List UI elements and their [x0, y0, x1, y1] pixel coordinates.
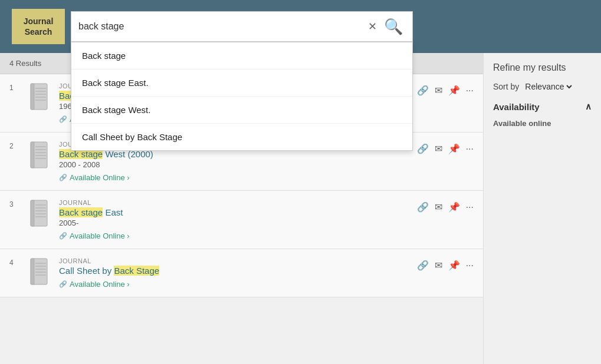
table-row: 3 JOURNAL Back stage East 2005- Availabl… — [0, 191, 483, 249]
mail-button-2[interactable]: ✉ — [435, 143, 442, 154]
mail-button-3[interactable]: ✉ — [435, 201, 442, 213]
available-link-3[interactable]: Available Online › — [59, 231, 130, 240]
more-button-1[interactable]: ··· — [466, 85, 474, 96]
more-button-3[interactable]: ··· — [466, 202, 474, 213]
availability-header[interactable]: Availability ∧ — [493, 101, 592, 112]
link-button-2[interactable]: 🔗 — [417, 143, 429, 154]
result-number-4: 4 — [9, 259, 21, 267]
availability-chevron-icon: ∧ — [585, 101, 592, 112]
search-button[interactable]: 🔍 — [382, 18, 405, 36]
result-content-4: JOURNAL Call Sheet by Back Stage Availab… — [59, 257, 417, 289]
search-dropdown: Back stage Back stage East. Back stage W… — [71, 42, 413, 151]
dropdown-item-4[interactable]: Call Sheet by Back Stage — [71, 124, 412, 150]
result-date-2: 2000 - 2008 — [59, 160, 417, 169]
header: Journal Search ✕ 🔍 Back stage Back stage… — [0, 0, 601, 53]
link-button-4[interactable]: 🔗 — [417, 260, 429, 271]
result-content-3: JOURNAL Back stage East 2005- Available … — [59, 199, 417, 240]
search-bar: ✕ 🔍 — [71, 11, 413, 42]
pin-button-4[interactable]: 📌 — [448, 260, 460, 271]
pin-button-3[interactable]: 📌 — [448, 201, 460, 213]
svg-rect-22 — [31, 259, 34, 284]
mail-button-1[interactable]: ✉ — [435, 85, 442, 96]
result-type-4: JOURNAL — [59, 257, 417, 264]
result-actions-4: 🔗 ✉ 📌 ··· — [417, 257, 474, 271]
refine-title: Refine my results — [493, 62, 592, 73]
result-date-3: 2005- — [59, 219, 417, 227]
table-row: 4 JOURNAL Call Sheet by Back Stage Avail… — [0, 249, 483, 297]
result-actions-1: 🔗 ✉ 📌 ··· — [417, 82, 474, 96]
svg-rect-1 — [31, 84, 34, 110]
available-link-4[interactable]: Available Online › — [59, 280, 130, 289]
svg-rect-15 — [31, 200, 34, 226]
result-type-3: JOURNAL — [59, 199, 417, 206]
search-bar-container: ✕ 🔍 Back stage Back stage East. Back sta… — [71, 11, 413, 42]
link-button-3[interactable]: 🔗 — [417, 201, 429, 213]
dropdown-item-3[interactable]: Back stage West. — [71, 97, 412, 124]
pin-button-2[interactable]: 📌 — [448, 143, 460, 154]
book-icon-3 — [28, 199, 52, 227]
mail-button-4[interactable]: ✉ — [435, 260, 442, 271]
result-actions-2: 🔗 ✉ 📌 ··· — [417, 141, 474, 154]
book-icon-1 — [28, 82, 52, 111]
result-number-2: 2 — [9, 142, 21, 150]
dropdown-item-1[interactable]: Back stage — [71, 42, 412, 70]
svg-rect-8 — [31, 142, 34, 168]
result-title-4[interactable]: Call Sheet by Back Stage — [59, 266, 417, 276]
link-button-1[interactable]: 🔗 — [417, 85, 429, 96]
availability-online-item[interactable]: Available online — [493, 117, 592, 130]
result-number-1: 1 — [9, 84, 21, 92]
result-title-3[interactable]: Back stage East — [59, 207, 417, 217]
search-clear-button[interactable]: ✕ — [363, 20, 382, 33]
result-number-3: 3 — [9, 200, 21, 209]
book-icon-2 — [28, 141, 52, 169]
sort-label: Sort by — [493, 82, 519, 91]
result-actions-3: 🔗 ✉ 📌 ··· — [417, 199, 474, 213]
book-icon-4 — [28, 257, 52, 286]
sort-row: Sort by Relevance Date Title — [493, 81, 592, 92]
right-sidebar: Refine my results Sort by Relevance Date… — [483, 53, 601, 364]
dropdown-item-2[interactable]: Back stage East. — [71, 70, 412, 97]
pin-button-1[interactable]: 📌 — [448, 85, 460, 96]
journal-search-tab[interactable]: Journal Search — [12, 9, 65, 44]
search-input[interactable] — [78, 21, 363, 32]
sort-select[interactable]: Relevance Date Title — [523, 81, 574, 92]
availability-label: Availability — [493, 102, 540, 112]
more-button-4[interactable]: ··· — [466, 260, 474, 271]
available-link-2[interactable]: Available Online › — [59, 173, 130, 182]
more-button-2[interactable]: ··· — [466, 144, 474, 154]
